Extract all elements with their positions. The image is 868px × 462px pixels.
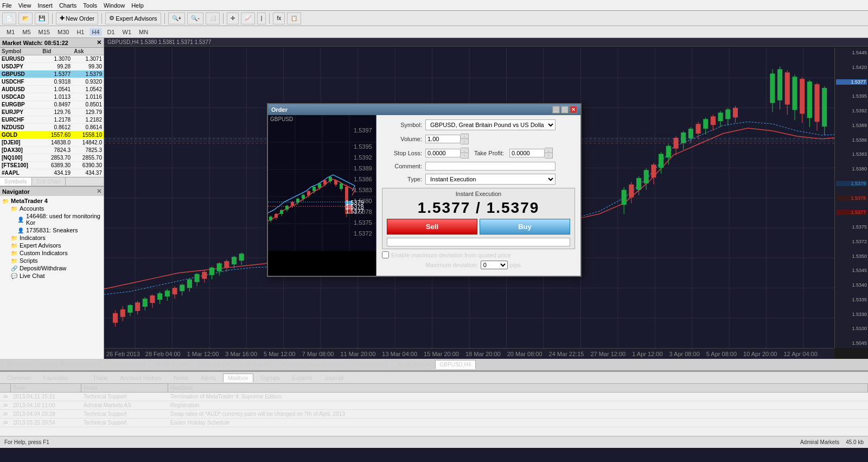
tf-m1[interactable]: M1 [4, 28, 17, 36]
mw-row-eurchf[interactable]: EURCHF1.21781.2182 [0, 116, 104, 124]
nav-item-6[interactable]: 📁Custom Indicators [0, 249, 104, 257]
order-restore-button[interactable]: □ [561, 106, 569, 113]
buy-button[interactable]: Buy [480, 219, 570, 235]
indicators-button[interactable]: fx [273, 12, 285, 24]
take-profit-input[interactable] [509, 149, 545, 157]
chart-tab-trade-terminal-1[interactable]: Trade terminal [106, 360, 151, 369]
market-watch-close-button[interactable]: ✕ [97, 39, 101, 46]
mw-row-audusd[interactable]: AUDUSD1.05411.0542 [0, 86, 104, 93]
zoom-out-button[interactable]: 🔍- [187, 12, 203, 24]
tf-mn[interactable]: MN [137, 28, 150, 36]
tp-down-button[interactable]: ▼ [545, 153, 552, 158]
nav-item-7[interactable]: 📁Scripts [0, 257, 104, 264]
bottom-tab-news[interactable]: News [169, 374, 194, 382]
symbol-select[interactable]: GBPUSD, Great Britain Pound vs US Dollar [425, 119, 556, 130]
volume-down-button[interactable]: ▼ [461, 139, 468, 144]
menu-tools[interactable]: Tools [83, 2, 97, 9]
chart-tab-admiral-connect-2[interactable]: Admiral Markets Connect [277, 360, 347, 369]
nav-item-0[interactable]: 📁MetaTrader 4 [0, 197, 104, 205]
max-deviation-select[interactable]: 0 [481, 261, 508, 269]
type-select[interactable]: Instant Execution [425, 174, 556, 185]
comment-input[interactable] [425, 162, 556, 170]
mw-row-usdcad[interactable]: USDCAD1.01131.0116 [0, 93, 104, 101]
mail-row-2[interactable]: ✉ 2013.04.04 20:28 Technical Support Swa… [0, 410, 868, 419]
menu-insert[interactable]: Insert [37, 2, 53, 9]
chart-tab-admiral-connect-1[interactable]: Admiral Markets Connect [35, 360, 106, 369]
chart-tab-eurusd-h4-1[interactable]: EURUSD,H4 [151, 360, 193, 369]
menu-file[interactable]: File [2, 2, 12, 9]
menu-view[interactable]: View [18, 2, 31, 9]
tp-up-button[interactable]: ▲ [545, 148, 552, 153]
tf-w1[interactable]: W1 [120, 28, 134, 36]
mw-row-eurgbp[interactable]: EURGBP0.84970.8501 [0, 101, 104, 109]
mw-tab-tick-chart[interactable]: Tick Chart [32, 178, 66, 186]
zoom-fit-button[interactable]: ⬜ [206, 12, 220, 24]
mw-row-dax30[interactable]: [DAX30]7824.37825.3 [0, 147, 104, 154]
sell-button[interactable]: Sell [387, 219, 477, 235]
order-close-button[interactable]: ✕ [570, 106, 577, 113]
period-sep-button[interactable]: | [257, 12, 266, 24]
crosshair-button[interactable]: ✛ [227, 12, 239, 24]
nav-item-5[interactable]: 📁Expert Advisors [0, 242, 104, 249]
tf-h4[interactable]: H4 [90, 28, 101, 36]
mw-row-eurusd[interactable]: EURUSD1.30701.3071 [0, 55, 104, 63]
nav-item-2[interactable]: 👤146468: used for monitoring Kor [0, 212, 104, 226]
mw-row-gbpusd[interactable]: GBPUSD1.53771.5379 [0, 71, 104, 78]
mw-row-djei0[interactable]: [DJEI0]14838.014842.0 [0, 139, 104, 147]
bottom-tab-signals[interactable]: Signals [256, 374, 285, 382]
tf-d1[interactable]: D1 [105, 28, 117, 36]
bottom-tab-journal[interactable]: Journal [319, 374, 348, 382]
enable-deviation-checkbox[interactable] [382, 251, 389, 258]
mw-row-nq100[interactable]: [NQ100]2853.702855.70 [0, 154, 104, 162]
mw-row-gold[interactable]: GOLD1557.601558.10 [0, 131, 104, 139]
volume-input[interactable] [425, 135, 461, 143]
tf-m5[interactable]: M5 [20, 28, 33, 36]
save-button[interactable]: 💾 [35, 12, 49, 24]
chart-tab-gbpusd-h4-2[interactable]: GBPUSD,H4 [435, 360, 476, 369]
menu-charts[interactable]: Charts [59, 2, 76, 9]
expert-advisors-button[interactable]: ⚙ Expert Advisors [105, 12, 161, 24]
bottom-tab-trade[interactable]: Trade [88, 374, 113, 382]
stop-loss-input[interactable] [425, 149, 461, 157]
chart-tab-eurusd-h4-2[interactable]: EURUSD,H4 [393, 360, 435, 369]
bottom-tab-favorites[interactable]: Favorites [39, 374, 73, 382]
bottom-tab-mailbox[interactable]: Mailbox [223, 374, 253, 382]
bottom-tab-account-history[interactable]: Account History [115, 374, 167, 382]
mw-row-ftse100[interactable]: [FTSE100]6389.306390.30 [0, 162, 104, 169]
mail-row-0[interactable]: ✉ 2013.04.11 15:21 Technical Support Ter… [0, 393, 868, 401]
sl-down-button[interactable]: ▼ [461, 153, 468, 158]
nav-item-1[interactable]: 📁Accounts [0, 205, 104, 212]
menu-window[interactable]: Window [104, 2, 125, 9]
sl-up-button[interactable]: ▲ [461, 148, 468, 153]
order-extra-input[interactable] [387, 238, 570, 246]
open-button[interactable]: 📂 [18, 12, 33, 24]
menu-help[interactable]: Help [131, 2, 144, 9]
tf-m30[interactable]: M30 [55, 28, 71, 36]
mw-tab-symbols[interactable]: Symbols [0, 178, 32, 186]
nav-item-8[interactable]: 🔗Deposit/Withdraw [0, 264, 104, 272]
mw-row-eurjpy[interactable]: EURJPY129.76129.79 [0, 109, 104, 116]
nav-item-9[interactable]: 💬Live Chat [0, 272, 104, 280]
line-studies-button[interactable]: 📈 [241, 12, 255, 24]
bottom-tab-alerts[interactable]: Alerts [196, 374, 221, 382]
tf-h1[interactable]: H1 [74, 28, 86, 36]
navigator-close-button[interactable]: ✕ [97, 188, 101, 195]
bottom-tab-experts[interactable]: Experts [287, 374, 317, 382]
tf-m15[interactable]: M15 [36, 28, 52, 36]
mw-row-nzdusd[interactable]: NZDUSD0.86120.8614 [0, 124, 104, 131]
volume-up-button[interactable]: ▲ [461, 134, 468, 139]
mail-row-3[interactable]: ✉ 2013.03.25 20:54 Technical Support Eas… [0, 419, 868, 427]
order-minimize-button[interactable]: _ [552, 106, 560, 113]
mw-row-usdjpy[interactable]: USDJPY99.2899.30 [0, 63, 104, 71]
nav-item-3[interactable]: 👤1735831: Sneakers [0, 226, 104, 234]
new-chart-button[interactable]: 📄 [2, 12, 16, 24]
chart-tab-welcome[interactable]: Welcome [2, 360, 35, 369]
new-order-button[interactable]: ✚ New Order [56, 12, 98, 24]
chart-tab-trade-terminal-2[interactable]: Trade terminal [348, 360, 393, 369]
bottom-tab-common[interactable]: Common [2, 374, 36, 382]
nav-item-4[interactable]: 📁Indicators [0, 234, 104, 242]
chart-area[interactable]: GBPUSD,H4 1.5380 1.5381 1.5371 1.5377 [104, 38, 868, 359]
zoom-in-button[interactable]: 🔍+ [168, 12, 186, 24]
templates-button[interactable]: 📋 [287, 12, 301, 24]
mw-row-usdchf[interactable]: USDCHF0.93180.9320 [0, 78, 104, 86]
